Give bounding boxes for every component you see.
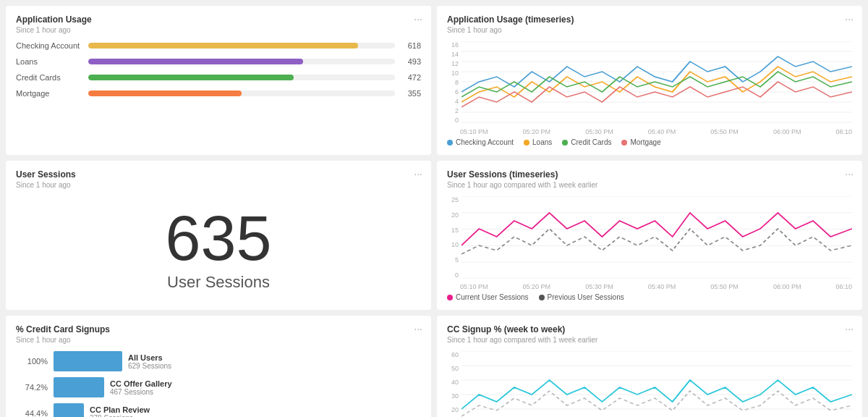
user-sessions-title: User Sessions — [16, 169, 421, 180]
cc-signup-ts-title: CC Signup % (week to week) — [447, 324, 852, 334]
bar-track — [88, 90, 395, 96]
cc-signup-ts-svg — [461, 351, 852, 417]
legend-label: Loans — [532, 138, 552, 146]
cc-bar-label: All Users — [128, 353, 171, 362]
cc-signup-ts-menu[interactable]: ··· — [845, 323, 854, 334]
legend-label: Previous User Sessions — [548, 293, 624, 301]
app-usage-bars: Checking Account 618 Loans 493 Credit Ca… — [16, 41, 421, 98]
y-label: 0 — [447, 117, 459, 124]
user-sessions-timeseries-card: User Sessions (timeseries) Since 1 hour … — [437, 161, 862, 310]
cc-bar-sublabel: 467 Sessions — [110, 388, 172, 396]
x-label: 06:00 PM — [773, 128, 801, 135]
user-sessions-ts-y-labels: 2520151050 — [447, 196, 459, 279]
app-usage-bar-row: Credit Cards 472 — [16, 73, 421, 82]
y-label: 5 — [447, 256, 459, 264]
app-usage-ts-chart: 1614121086420 — [447, 41, 852, 135]
x-label: 05:40 PM — [648, 128, 676, 135]
user-sessions-menu[interactable]: ··· — [414, 168, 422, 180]
y-label: 6 — [447, 88, 459, 96]
bar-value: 493 — [401, 57, 421, 66]
y-label: 60 — [447, 351, 459, 358]
user-sessions-ts-title: User Sessions (timeseries) — [447, 169, 852, 180]
app-usage-bar-row: Loans 493 — [16, 57, 421, 66]
app-usage-timeseries-card: Application Usage (timeseries) Since 1 h… — [437, 6, 862, 155]
y-label: 2 — [447, 107, 459, 114]
app-usage-ts-x-labels: 05:10 PM05:20 PM05:30 PM05:40 PM05:50 PM… — [460, 128, 852, 135]
y-label: 10 — [447, 70, 459, 77]
cc-bar-info: CC Plan Review 279 Sessions — [90, 405, 150, 418]
app-usage-ts-legend: Checking AccountLoansCredit CardsMortgag… — [447, 138, 852, 146]
app-usage-subtitle: Since 1 hour ago — [16, 26, 421, 34]
user-sessions-ts-menu[interactable]: ··· — [845, 168, 854, 180]
bar-fill — [88, 75, 294, 80]
cc-bar-fill — [54, 403, 84, 417]
y-label: 25 — [447, 196, 459, 203]
x-label: 05:50 PM — [710, 283, 739, 290]
cc-bar-fill — [54, 377, 104, 397]
cc-signup-bars: 100% All Users 629 Sessions 74.2% CC Off… — [16, 351, 421, 417]
cc-bar-label: CC Plan Review — [90, 405, 150, 414]
legend-dot — [447, 295, 453, 300]
user-sessions-subtitle: Since 1 hour ago — [16, 181, 421, 189]
x-label: 05:40 PM — [648, 283, 676, 290]
cc-pct: 44.4% — [16, 409, 48, 417]
cc-bar-info: All Users 629 Sessions — [128, 353, 171, 370]
cc-bar-sublabel: 279 Sessions — [90, 414, 150, 418]
y-label: 10 — [447, 241, 459, 248]
bar-value: 618 — [401, 41, 421, 50]
legend-item: Credit Cards — [562, 138, 611, 146]
x-label: 06:10 — [835, 128, 852, 135]
bar-label: Checking Account — [16, 41, 88, 50]
app-usage-ts-svg — [461, 41, 852, 124]
y-label: 8 — [447, 79, 459, 86]
cc-pct: 74.2% — [16, 383, 48, 392]
user-sessions-ts-legend: Current User SessionsPrevious User Sessi… — [447, 293, 852, 301]
y-label: 4 — [447, 98, 459, 105]
user-sessions-label: User Sessions — [167, 273, 270, 292]
bar-label: Credit Cards — [16, 73, 88, 82]
legend-item: Mortgage — [621, 138, 660, 146]
cc-bar-row: 44.4% CC Plan Review 279 Sessions — [16, 403, 421, 417]
app-usage-ts-menu[interactable]: ··· — [845, 13, 854, 25]
x-label: 05:30 PM — [585, 128, 613, 135]
cc-signup-timeseries-card: CC Signup % (week to week) Since 1 hour … — [437, 316, 862, 417]
cc-bar-sublabel: 629 Sessions — [128, 362, 171, 370]
y-label: 30 — [447, 392, 459, 400]
bar-fill — [88, 43, 358, 49]
y-label: 16 — [447, 41, 459, 49]
legend-item: Current User Sessions — [447, 293, 529, 301]
y-label: 12 — [447, 60, 459, 67]
legend-item: Loans — [524, 138, 552, 146]
x-label: 06:00 PM — [773, 283, 801, 290]
cc-signup-ts-subtitle: Since 1 hour ago compared with 1 week ea… — [447, 336, 852, 344]
legend-item: Previous User Sessions — [539, 293, 624, 301]
cc-bar-label: CC Offer Gallery — [110, 379, 172, 388]
legend-label: Mortgage — [630, 138, 660, 146]
legend-dot — [621, 140, 627, 146]
x-label: 05:50 PM — [710, 128, 739, 135]
x-label: 05:10 PM — [460, 283, 488, 290]
dashboard: Application Usage Since 1 hour ago ··· C… — [0, 0, 868, 417]
cc-bar-row: 74.2% CC Offer Gallery 467 Sessions — [16, 377, 421, 397]
cc-bar-fill — [54, 351, 122, 371]
bar-label: Loans — [16, 57, 88, 66]
bar-value: 472 — [401, 73, 421, 82]
y-label: 40 — [447, 379, 459, 386]
user-sessions-big: 635 User Sessions — [16, 196, 421, 302]
app-usage-ts-y-labels: 1614121086420 — [447, 41, 459, 124]
cc-signup-menu[interactable]: ··· — [414, 323, 422, 334]
y-label: 20 — [447, 211, 459, 219]
bar-track — [88, 59, 395, 64]
app-usage-title: Application Usage — [16, 14, 421, 25]
app-usage-ts-title: Application Usage (timeseries) — [447, 14, 852, 25]
cc-signup-subtitle: Since 1 hour ago — [16, 336, 421, 344]
app-usage-menu[interactable]: ··· — [414, 13, 422, 25]
y-label: 50 — [447, 365, 459, 372]
y-label: 20 — [447, 406, 459, 413]
legend-label: Checking Account — [456, 138, 514, 146]
cc-bar-row: 100% All Users 629 Sessions — [16, 351, 421, 371]
legend-dot — [447, 140, 453, 146]
app-usage-ts-subtitle: Since 1 hour ago — [447, 26, 852, 34]
bar-value: 355 — [401, 89, 421, 98]
x-label: 05:10 PM — [460, 128, 488, 135]
